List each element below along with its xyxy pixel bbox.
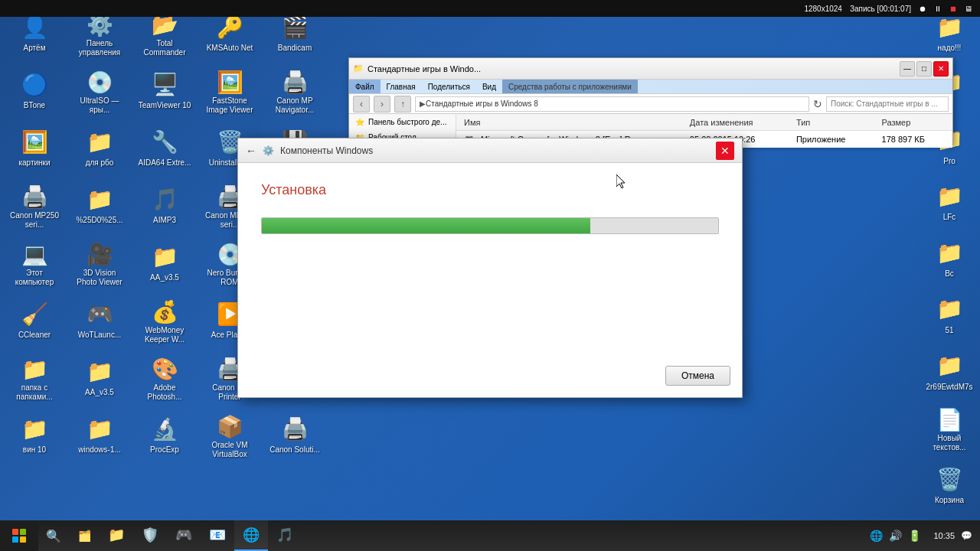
- taskbar-pinned-shield[interactable]: 🛡️: [133, 520, 167, 551]
- file-explorer-window[interactable]: 📁 Стандартные игры в Windo... — □ ✕ Файл…: [348, 57, 953, 145]
- explorer-addressbar: ‹ › ↑ ▶ Стандартные игры в Windows 8 ↻: [349, 94, 952, 114]
- tab-fayl[interactable]: Файл: [349, 80, 381, 93]
- desktop-icon-25d0[interactable]: 📁 %25D0%25...: [69, 180, 130, 233]
- desktop-icon-win10[interactable]: 📁 вин 10: [4, 409, 65, 463]
- desktop-icon-komputer[interactable]: 💻 Этот компьютер: [4, 237, 65, 291]
- desktop-icon-aa-v35[interactable]: 📁 AA_v3.5: [69, 352, 130, 406]
- oracle-label: Oracle VM VirtualBox: [203, 441, 256, 459]
- aa-v35-label: AA_v3.5: [85, 388, 114, 397]
- taskbar-pinned-mail[interactable]: 📧: [201, 520, 234, 551]
- desktop-icon-procexp[interactable]: 🔬 ProcExp: [134, 409, 195, 463]
- taskbar-pinned-browser[interactable]: 🌐: [234, 520, 268, 551]
- wotlaunch-label: WoTLaunc...: [78, 331, 122, 340]
- tab-glavnaya[interactable]: Главная: [381, 80, 422, 93]
- desktop-icon-canon-nav[interactable]: 🖨️ Canon MP Navigator...: [264, 65, 325, 119]
- desktop-icon-adobe[interactable]: 🎨 Adobe Photosh...: [134, 352, 195, 406]
- explorer-refresh-btn[interactable]: ↻: [813, 98, 822, 110]
- desktop-icon-aa-v35-2[interactable]: 📁 AA_v3.5: [134, 237, 195, 291]
- desktop-icon-wotlaunch[interactable]: 🎮 WoTLaunc...: [69, 295, 130, 348]
- dialog-close-button[interactable]: ✕: [716, 142, 734, 160]
- components-dialog: ← ⚙️ Компоненты Windows ✕ Установка Отме…: [237, 138, 743, 398]
- windows1-icon: 📁: [84, 413, 115, 444]
- explorer-ribbon: Файл Главная Поделиться Вид Средства раб…: [349, 80, 952, 94]
- desktop-icon-right-4[interactable]: 📁 LFc: [919, 177, 980, 230]
- progress-bar-container: [261, 217, 719, 234]
- nav-panel-item-1[interactable]: ⭐ Панель быстрого де...: [349, 114, 456, 129]
- explorer-up-btn[interactable]: ↑: [394, 96, 411, 112]
- record-icon: ⏺: [919, 5, 926, 13]
- nav-item-1-label: Панель быстрого де...: [368, 118, 446, 126]
- explorer-maximize-btn[interactable]: □: [916, 61, 932, 77]
- oracle-icon: 📦: [214, 413, 245, 439]
- desktop-icon-webmoney[interactable]: 💰 WebMoney Keeper W...: [134, 295, 195, 348]
- desktop-icon-windows1[interactable]: 📁 windows-1...: [69, 409, 130, 463]
- desktop-icon-oracle[interactable]: 📦 Oracle VM VirtualBox: [199, 409, 260, 463]
- desktop-icon-dla-rbo[interactable]: 📁 для рбо: [69, 122, 130, 176]
- procexp-icon: 🔬: [149, 413, 180, 444]
- tab-sredstva[interactable]: Средства работы с приложениями: [502, 80, 638, 93]
- desktop-icon-papka[interactable]: 📁 папка с папками...: [4, 352, 65, 406]
- noviy-icon: 📄: [934, 406, 965, 432]
- explorer-minimize-btn[interactable]: —: [900, 61, 915, 77]
- resolution-display: 1280x1024: [804, 5, 842, 13]
- taskbar-game-icon: 🎮: [175, 527, 192, 543]
- right-3-label: Pro: [943, 157, 956, 166]
- desktop-icon-aida64[interactable]: 🔧 AIDA64 Extre...: [134, 122, 195, 176]
- taskbar-pinned-media[interactable]: 🎵: [268, 520, 302, 551]
- desktop-icon-3dvision[interactable]: 🎥 3D Vision Photo Viewer: [69, 237, 130, 291]
- papka-label: папка с папками...: [8, 383, 61, 402]
- taskbar-pinned-explorer[interactable]: 📁: [100, 520, 133, 551]
- desktop-icon-right-5[interactable]: 📁 Bc: [919, 233, 980, 286]
- taskbar-mail-icon: 📧: [209, 527, 226, 543]
- btone-icon: 🔵: [19, 69, 50, 99]
- dialog-back-arrow[interactable]: ←: [246, 145, 256, 157]
- top-statusbar: 1280x1024 Запись [00:01:07] ⏺ ⏸ ⏹ 🖥: [0, 0, 980, 17]
- monitor-icon: 🖥: [965, 5, 972, 13]
- desktop-icon-btone[interactable]: 🔵 BTone: [4, 65, 65, 119]
- kmsauto-label: KMSAuto Net: [207, 44, 253, 53]
- start-button[interactable]: [0, 520, 38, 551]
- desktop-icon-right-7[interactable]: 📁 2r69EwtdM7s: [919, 347, 980, 399]
- taskbar-pinned-game[interactable]: 🎮: [167, 520, 201, 551]
- desktop-icon-right-6[interactable]: 📁 51: [919, 290, 980, 343]
- explorer-title-left: 📁 Стандартные игры в Windo...: [353, 64, 481, 73]
- dialog-content: Установка: [238, 163, 742, 269]
- file-size: 178 897 КБ: [882, 135, 945, 144]
- explorer-close-btn[interactable]: ✕: [933, 61, 949, 77]
- desktop-icon-kartinki[interactable]: 🖼️ картинки: [4, 122, 65, 176]
- desktop-icon-aimp3[interactable]: 🎵 AIMP3: [134, 180, 195, 233]
- taskbar-taskview-button[interactable]: 🗂️: [69, 520, 100, 551]
- ultraiso-label: UltraISO — яры...: [73, 96, 126, 115]
- top-bar-content: 1280x1024 Запись [00:01:07] ⏺ ⏸ ⏹ 🖥: [804, 5, 972, 13]
- tab-vid[interactable]: Вид: [476, 80, 502, 93]
- desktop-icon-korzina[interactable]: 🗑️ Корзина: [919, 460, 980, 513]
- explorer-folder-icon: 📁: [353, 64, 364, 73]
- desktop-icons-container: 👤 Артём 🔵 BTone 🖼️ картинки 🖨️ Canon MP2…: [0, 0, 230, 520]
- desktop-icon-noviy[interactable]: 📄 Новый текстов...: [919, 403, 980, 456]
- clock-time: 10:35: [933, 531, 955, 540]
- taskbar-system-tray: 🌐 🔊 🔋 10:35 💬: [870, 530, 980, 542]
- explorer-forward-btn[interactable]: ›: [374, 96, 390, 112]
- tab-podelit[interactable]: Поделиться: [422, 80, 476, 93]
- search-icon: 🔍: [46, 529, 61, 543]
- nav-star-icon: ⭐: [355, 118, 364, 126]
- cancel-button[interactable]: Отмена: [665, 366, 730, 386]
- right-7-icon: 📁: [934, 350, 965, 381]
- stop-icon: ⏹: [949, 5, 957, 13]
- dialog-heading: Установка: [261, 182, 719, 198]
- aa-v35-2-icon: 📁: [149, 241, 180, 272]
- explorer-address-path[interactable]: ▶ Стандартные игры в Windows 8: [415, 96, 809, 112]
- desktop-icon-ultraiso[interactable]: 💿 UltraISO — яры...: [69, 65, 130, 119]
- desktop-icon-ccleaner[interactable]: 🧹 CCleaner: [4, 295, 65, 348]
- taskbar-search-button[interactable]: 🔍: [38, 520, 69, 551]
- explorer-search-input[interactable]: [826, 96, 949, 112]
- file-type: Приложение: [796, 135, 867, 144]
- desktop-icon-faststone[interactable]: 🖼️ FastStone Image Viewer: [199, 65, 260, 119]
- aida64-icon: 🔧: [149, 126, 180, 157]
- col-header-date: Дата изменения: [690, 118, 781, 127]
- right-4-icon: 📁: [934, 181, 965, 211]
- desktop-icon-teamviewer[interactable]: 🖥️ TeamViewer 10: [134, 65, 195, 119]
- desktop-icon-canon-mp250[interactable]: 🖨️ Canon MP250 seri...: [4, 180, 65, 233]
- explorer-back-btn[interactable]: ‹: [353, 96, 370, 112]
- desktop-icon-canon-soluti[interactable]: 🖨️ Canon Soluti...: [264, 409, 325, 463]
